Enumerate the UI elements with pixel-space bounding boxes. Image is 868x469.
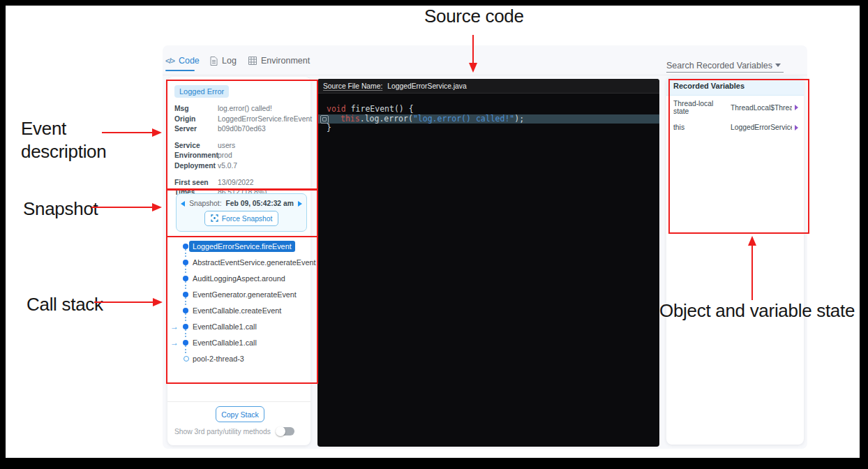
event-info-row: Msglog.error() called! (174, 104, 307, 114)
recorded-variables-card: Recorded Variables Thread-local stateThr… (666, 77, 804, 445)
expand-caret-icon[interactable] (795, 125, 798, 131)
stack-dot-icon (183, 308, 188, 313)
tab-environment-label: Environment (261, 56, 310, 66)
event-info-row: Serverb09d0b70ed63 (174, 124, 307, 135)
variable-row[interactable]: Thread-local stateThreadLocal$ThreadL... (666, 96, 804, 119)
search-recorded-variables-select[interactable]: Search Recorded Variables (666, 59, 784, 73)
stack-frame-label: AuditLoggingAspect.around (193, 274, 285, 283)
event-info-group: Msglog.error() called!OriginLoggedErrorS… (174, 104, 307, 135)
event-field-value: 13/09/2022 (218, 178, 254, 188)
stack-frame-label: pool-2-thread-3 (193, 355, 244, 363)
stack-frame-label: EventCallable1.call (193, 338, 257, 347)
recorded-variables-title: Recorded Variables (673, 82, 744, 90)
annotation-source-code: Source code (424, 5, 524, 28)
copy-stack-label: Copy Stack (221, 410, 259, 419)
stack-frame[interactable]: EventGenerator.generateEvent (167, 286, 310, 302)
snapshot-box: Snapshot: Feb 09, 05:42:32 am Force Snap… (176, 193, 307, 232)
stack-frame[interactable]: LoggedErrorService.fireEvent (167, 238, 310, 254)
event-field-value: prod (218, 151, 232, 161)
code-token: } (327, 123, 331, 133)
search-recorded-variables-label: Search Recorded Variables (666, 61, 772, 70)
event-info-group: ServiceusersEnvironmentprodDeploymentv5.… (174, 141, 307, 172)
event-field-label: Deployment (174, 161, 218, 172)
variable-row[interactable]: thisLoggedErrorService (666, 119, 804, 135)
stack-frame[interactable]: AuditLoggingAspect.around (167, 270, 310, 286)
stack-dot-icon (183, 260, 188, 265)
snapshot-label: Snapshot: (189, 200, 221, 207)
sidebar-divider (167, 401, 310, 402)
log-icon (210, 57, 218, 66)
frame-top (0, 0, 868, 6)
third-party-toggle-label: Show 3rd party/utility methods (174, 428, 271, 436)
active-tab-underline (165, 70, 195, 71)
stack-frame-label: EventCallable1.call (193, 322, 257, 331)
source-file-header: Source File Name: LoggedErrorService.jav… (317, 79, 659, 94)
stack-frame[interactable]: AbstractEventService.generateEvent (167, 254, 310, 270)
thread-dot-icon (184, 356, 189, 362)
code-token: void (327, 104, 346, 114)
third-party-toggle-row: Show 3rd party/utility methods (174, 427, 307, 436)
event-field-value: b09d0b70ed63 (218, 124, 266, 135)
event-info-row: Environmentprod (174, 151, 307, 161)
tab-log[interactable]: Log (210, 56, 237, 66)
code-line: this.log.error("log.error() called!"); (317, 114, 659, 124)
variable-name: Thread-local state (673, 100, 731, 115)
tab-code-label: Code (179, 56, 200, 66)
snapshot-next-icon[interactable] (298, 201, 302, 207)
recorded-variables-list: Thread-local stateThreadLocal$ThreadL...… (666, 96, 804, 135)
frame-left (0, 0, 6, 469)
tab-environment[interactable]: Environment (248, 56, 310, 66)
event-info-row: First seen13/09/2022 (174, 178, 307, 188)
annotation-object-state: Object and variable state (659, 299, 868, 322)
code-icon: </> (165, 57, 174, 65)
event-info: Msglog.error() called!OriginLoggedErrorS… (174, 104, 307, 204)
tab-code[interactable]: </> Code (165, 56, 200, 66)
tabs-divider (163, 75, 807, 75)
chevron-down-icon (775, 64, 781, 67)
code-token: fireEvent() { (346, 104, 414, 114)
source-code-panel: Source File Name: LoggedErrorService.jav… (317, 79, 659, 447)
logged-error-badge: Logged Error (174, 85, 229, 98)
annotation-snapshot: Snapshot (23, 198, 98, 221)
source-file-name: LoggedErrorService.java (387, 82, 466, 90)
snapshot-timestamp: Feb 09, 05:42:32 am (226, 200, 294, 207)
stack-frame-label: EventCallable.createEvent (193, 306, 281, 315)
frame-bottom (0, 458, 868, 469)
event-info-row: OriginLoggedErrorService.fireEvent (174, 114, 307, 125)
copy-stack-button[interactable]: Copy Stack (216, 406, 264, 422)
snapshot-prev-icon[interactable] (181, 201, 185, 207)
call-stack-list: LoggedErrorService.fireEventAbstractEven… (167, 238, 310, 366)
event-field-value: users (218, 141, 235, 151)
variable-value: LoggedErrorService (731, 124, 792, 131)
event-field-value: LoggedErrorService.fireEvent (218, 114, 312, 125)
tab-log-label: Log (222, 56, 237, 66)
stack-frame[interactable]: pool-2-thread-3 (167, 350, 310, 366)
toggle-knob (276, 426, 285, 436)
event-field-label: Service (174, 141, 218, 151)
event-field-label: Msg (174, 104, 218, 114)
code-area: void fireEvent() {this.log.error("log.er… (317, 94, 659, 133)
event-field-value: log.error() called! (218, 104, 272, 114)
stack-frame[interactable]: →EventCallable1.call (167, 318, 310, 334)
stack-frame[interactable]: EventCallable.createEvent (167, 302, 310, 318)
expand-caret-icon[interactable] (795, 105, 798, 110)
code-line: void fireEvent() { (317, 105, 659, 114)
snapshot-gutter-icon[interactable] (320, 115, 329, 124)
code-token: .log.error( (360, 114, 413, 124)
stack-dot-icon (183, 292, 188, 297)
stack-frame-label: EventGenerator.generateEvent (193, 290, 297, 299)
stack-frame-label: LoggedErrorService.fireEvent (189, 241, 295, 252)
annotation-event-description: Event description (21, 117, 154, 163)
current-frame-arrow-icon: → (170, 322, 179, 332)
variable-value: ThreadLocal$ThreadL... (731, 104, 792, 112)
stack-frame-label: AbstractEventService.generateEvent (193, 258, 315, 267)
event-field-label: Environment (174, 151, 218, 161)
event-info-row: Serviceusers (174, 141, 307, 151)
stack-frame[interactable]: →EventCallable1.call (167, 334, 310, 350)
code-line: } (317, 124, 659, 133)
third-party-toggle[interactable] (276, 427, 294, 436)
annotation-call-stack: Call stack (27, 293, 103, 316)
force-snapshot-button[interactable]: Force Snapshot (204, 211, 278, 226)
source-file-name-label: Source File Name: (323, 82, 382, 90)
event-field-value: v5.0.7 (218, 161, 237, 172)
